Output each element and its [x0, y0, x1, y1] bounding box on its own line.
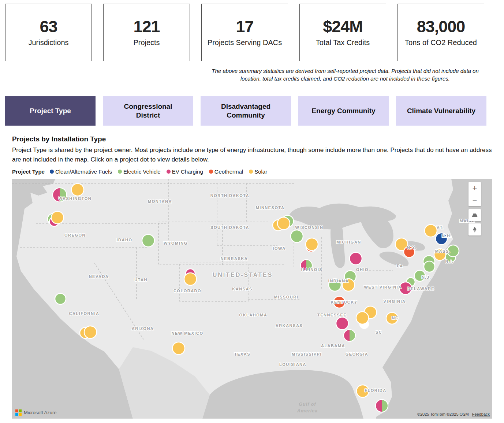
map-label: ARIZONA [132, 326, 154, 331]
map-label: COLORADO [173, 289, 201, 293]
map-label: MONTANA [148, 199, 172, 204]
map-label: NEW MEXICO [171, 331, 203, 335]
project-dot-electric_vehicle[interactable] [424, 261, 435, 272]
legend-label: Electric Vehicle [123, 168, 161, 175]
project-dot-electric_vehicle[interactable] [142, 234, 154, 247]
project-dot-ev_charging[interactable] [336, 317, 348, 330]
map-label: SC [376, 330, 382, 334]
project-dot-solar[interactable] [51, 211, 64, 224]
project-dot-solar[interactable] [172, 342, 185, 355]
tab-project-type[interactable]: Project Type [5, 96, 96, 126]
map-label: NEBRASKA [221, 256, 248, 261]
project-dot-electric_vehicle[interactable] [55, 293, 66, 304]
map-label: NC [392, 316, 399, 320]
project-type-legend: Project Type Clean/Alternative Fuels Ele… [12, 168, 273, 175]
map-label: OKLAHOMA [239, 313, 268, 317]
stat-value: 83,000 [417, 18, 465, 35]
legend-item: Solar [249, 168, 267, 175]
summary-disclaimer: The above summary statistics are derived… [206, 67, 484, 82]
map-label: KANSAS [232, 287, 252, 291]
stat-value: $24M [323, 18, 363, 35]
zoom-out-button[interactable]: − [468, 194, 481, 206]
map-label: WISCONSIN [295, 225, 323, 230]
project-dot-ev_charging[interactable] [350, 252, 362, 265]
copyright-text: ©2025 TomTom ©2025 OSM [417, 412, 469, 416]
stat-card: 63 Jurisdictions [5, 4, 92, 61]
map-label: WEST VIRGINIA [364, 285, 402, 289]
tab-congressional-district[interactable]: Congressional District [103, 96, 193, 126]
tab-disadvantaged-community[interactable]: Disadvantaged Community [201, 96, 291, 126]
stat-value: 63 [40, 18, 57, 35]
map-controls: + − [468, 182, 481, 235]
tab-energy-community[interactable]: Energy Community [298, 96, 389, 126]
project-dot-pie[interactable] [376, 400, 388, 412]
map-copyright: ©2025 TomTom ©2025 OSM Feedback [417, 412, 490, 416]
legend-label: Geothermal [214, 168, 243, 175]
stat-label: Tons of CO2 Reduced [405, 38, 477, 47]
stat-card: 17 Projects Serving DACs [201, 4, 288, 61]
map-label: NORTH DAKOTA [210, 193, 249, 198]
map-label: WYOMING [164, 241, 188, 245]
compass-icon [473, 226, 477, 233]
map-label: MASS. [435, 249, 451, 253]
projects-map[interactable]: WASHINGTONMONTANANORTH DAKOTAMINNESOTAWI… [12, 179, 492, 419]
project-dot-solar[interactable] [84, 326, 97, 338]
stat-label: Total Tax Credits [316, 38, 370, 47]
pitch-icon [472, 214, 478, 217]
feedback-link[interactable]: Feedback [472, 412, 490, 416]
map-label: VIRGINIA [384, 299, 406, 304]
map-label: KENTUCKY [331, 300, 357, 304]
map-label: N.Y. [407, 245, 417, 250]
map-label: ILLINOIS [301, 267, 322, 272]
map-label: GEORGIA [346, 352, 368, 356]
stat-label: Projects Serving DACs [208, 38, 282, 47]
map-label: Gulf of [299, 402, 316, 407]
stat-value: 121 [133, 18, 160, 35]
tab-climate-vulnerability[interactable]: Climate Vulnerability [396, 96, 486, 126]
map-label: CALIFORNIA [69, 311, 100, 316]
section-title: Projects by Installation Type [12, 135, 106, 143]
map-label: NEVADA [89, 274, 109, 279]
map-label: OREGON [64, 233, 86, 237]
map-label: America [297, 408, 318, 413]
project-dot-solar[interactable] [306, 238, 318, 251]
legend-label: Clean/Alternative Fuels [55, 168, 112, 175]
map-label: UTAH [134, 278, 148, 282]
project-dot-solar[interactable] [356, 312, 369, 324]
legend-dot-icon [50, 170, 54, 174]
stat-label: Projects [133, 38, 160, 47]
legend-title: Project Type [12, 168, 45, 175]
project-dot-solar[interactable] [71, 183, 84, 196]
project-dot-solar[interactable] [425, 225, 437, 237]
map-label: N.H. [442, 234, 452, 238]
map-label: LOUISIANA [279, 362, 306, 367]
map-label: PA [397, 264, 403, 268]
project-dot-solar[interactable] [277, 217, 290, 230]
zoom-in-button[interactable]: + [468, 182, 481, 194]
map-label: ALABAMA [321, 344, 345, 348]
map-label: N.J. [422, 275, 431, 279]
pitch-button[interactable] [468, 209, 481, 221]
stat-card: 121 Projects [103, 4, 190, 61]
minus-icon: − [473, 196, 477, 205]
project-dot-pie[interactable] [344, 330, 355, 341]
map-label: TEXAS [234, 352, 250, 356]
legend-item: Clean/Alternative Fuels [50, 168, 112, 175]
microsoft-logo-icon [15, 409, 22, 416]
legend-dot-icon [167, 170, 171, 174]
map-label: TENNESSEE [317, 313, 347, 317]
map-label: MISSISSIPPI [292, 352, 322, 356]
legend-label: EV Charging [172, 168, 203, 175]
legend-item: EV Charging [167, 168, 203, 175]
compass-button[interactable] [468, 223, 481, 235]
project-dot-electric_vehicle[interactable] [291, 230, 303, 242]
stat-label: Jurisdictions [28, 38, 68, 47]
map-canvas[interactable]: WASHINGTONMONTANANORTH DAKOTAMINNESOTAWI… [12, 179, 492, 419]
map-label: ARKANSAS [276, 323, 303, 328]
map-label: MICHIGAN [336, 240, 361, 244]
map-label: OHIO [356, 267, 369, 272]
legend-item: Electric Vehicle [118, 168, 161, 175]
map-label: IOWA [273, 246, 285, 251]
map-label: R.I. [445, 259, 453, 264]
project-dot-solar[interactable] [184, 273, 197, 285]
